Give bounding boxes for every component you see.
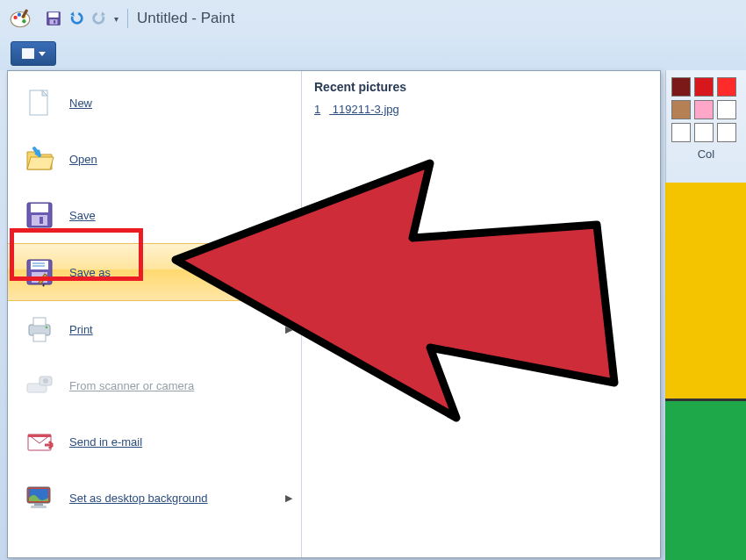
svg-rect-33 <box>31 506 47 508</box>
svg-point-1 <box>13 16 17 19</box>
color-swatch[interactable] <box>694 123 714 142</box>
colors-label: Col <box>671 147 741 161</box>
svg-point-24 <box>46 327 48 329</box>
desktop-background-icon <box>24 482 55 513</box>
menu-item-label: Save <box>69 209 96 222</box>
canvas-green-region[interactable] <box>665 398 746 560</box>
color-swatch[interactable] <box>694 77 714 97</box>
svg-rect-22 <box>33 318 46 326</box>
submenu-arrow-icon: ▶ <box>285 492 292 504</box>
menu-item-desktop-background[interactable]: Set as desktop background ▶ <box>8 470 301 526</box>
svg-rect-14 <box>39 217 43 224</box>
title-bar: ▾ Untitled - Paint <box>0 0 746 37</box>
scanner-camera-icon <box>24 370 55 401</box>
menu-item-save-as[interactable]: Save as ▶ <box>8 243 301 301</box>
svg-point-2 <box>18 13 21 17</box>
dropdown-arrow-icon <box>39 52 46 56</box>
svg-rect-7 <box>48 12 58 18</box>
recent-heading: Recent pictures <box>314 80 648 94</box>
title-separator <box>127 9 128 28</box>
file-menu-glyph-icon <box>22 48 34 59</box>
menu-item-label: From scanner or camera <box>69 379 194 392</box>
svg-rect-32 <box>34 503 43 506</box>
menu-item-send-email[interactable]: Send in e-mail <box>8 413 301 470</box>
file-menu-button[interactable] <box>11 41 56 66</box>
svg-rect-23 <box>33 334 46 341</box>
menu-item-new[interactable]: New <box>8 75 301 131</box>
color-swatch[interactable] <box>694 100 714 119</box>
ribbon-tab-row <box>0 37 746 70</box>
color-swatch[interactable] <box>717 77 736 97</box>
submenu-arrow-icon: ▶ <box>285 267 292 278</box>
print-icon <box>24 313 55 345</box>
color-swatch[interactable] <box>671 123 691 142</box>
recent-filename: 119211-3.jpg <box>333 103 399 116</box>
recent-index: 1 <box>314 103 320 116</box>
menu-item-from-scanner: From scanner or camera <box>8 357 301 413</box>
recent-item[interactable]: 1 119211-3.jpg <box>314 103 648 116</box>
email-icon <box>24 426 55 457</box>
new-file-icon <box>24 87 55 118</box>
color-swatch[interactable] <box>671 100 691 119</box>
color-palette-partial: Col <box>665 70 746 183</box>
save-floppy-icon <box>24 199 55 231</box>
menu-item-label: Set as desktop background <box>69 492 208 505</box>
menu-item-label: Open <box>69 153 97 166</box>
window-title: Untitled - Paint <box>137 10 235 27</box>
canvas-peek <box>665 183 746 560</box>
quick-access-toolbar: ▾ <box>46 11 118 26</box>
color-swatch[interactable] <box>717 123 736 142</box>
recent-pictures-pane: Recent pictures 1 119211-3.jpg <box>302 71 660 557</box>
paint-logo-icon <box>9 7 32 30</box>
svg-point-4 <box>22 19 25 23</box>
undo-icon[interactable] <box>68 11 84 26</box>
menu-item-save[interactable]: Save <box>8 187 301 243</box>
redo-icon[interactable] <box>91 11 107 26</box>
color-swatch[interactable] <box>671 77 691 97</box>
svg-rect-9 <box>54 20 55 23</box>
file-menu-panel: New Open Save <box>7 70 661 558</box>
color-swatch[interactable] <box>717 100 736 119</box>
menu-item-label: New <box>69 97 92 110</box>
save-as-icon <box>24 256 55 288</box>
svg-point-27 <box>43 378 48 384</box>
svg-rect-12 <box>31 204 48 212</box>
qat-customize-icon[interactable]: ▾ <box>114 14 118 24</box>
canvas-yellow-region[interactable] <box>665 183 746 398</box>
submenu-arrow-icon: ▶ <box>285 324 292 335</box>
svg-rect-16 <box>31 261 48 269</box>
menu-item-label: Print <box>69 323 93 336</box>
menu-item-label: Send in e-mail <box>69 435 142 449</box>
save-icon[interactable] <box>46 11 61 26</box>
menu-item-open[interactable]: Open <box>8 131 301 187</box>
file-menu-left: New Open Save <box>8 71 302 557</box>
menu-item-label: Save as <box>69 266 111 279</box>
menu-item-print[interactable]: Print ▶ <box>8 301 301 357</box>
svg-rect-29 <box>28 434 51 437</box>
open-folder-icon <box>24 143 55 175</box>
